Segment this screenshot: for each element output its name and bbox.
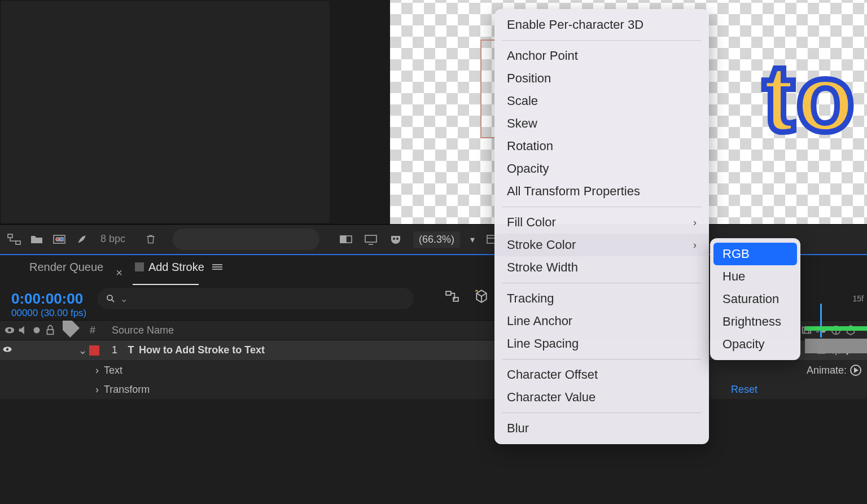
tab-add-stroke-label: Add Stroke — [148, 261, 204, 274]
zoom-percentage[interactable]: (66.3%) — [413, 231, 460, 248]
lock-column-icon[interactable] — [44, 324, 56, 336]
layer-label-color[interactable] — [89, 345, 99, 356]
transform-prop-twirl-icon[interactable]: › — [90, 384, 104, 396]
index-column-header[interactable]: # — [82, 325, 103, 336]
transform-property-label: Transform — [104, 384, 150, 396]
menu-stroke-width[interactable]: Stroke Width — [494, 256, 709, 279]
menu-character-value[interactable]: Character Value — [494, 386, 709, 409]
project-panel — [0, 0, 331, 224]
svg-point-9 — [396, 238, 399, 240]
color-depth-label[interactable]: 8 bpc — [100, 233, 125, 245]
tab-close-icon[interactable]: × — [116, 266, 122, 279]
menu-enable-3d[interactable]: Enable Per-character 3D — [494, 14, 709, 36]
submenu-rgb[interactable]: RGB — [713, 243, 797, 265]
svg-point-8 — [393, 238, 395, 240]
svg-rect-17 — [47, 330, 54, 334]
timeline-search-input[interactable]: ⌄ — [98, 288, 414, 309]
svg-point-22 — [6, 348, 9, 351]
svg-point-11 — [107, 295, 112, 300]
svg-rect-1 — [16, 241, 20, 244]
tab-add-stroke[interactable]: Add Stroke — [135, 261, 222, 279]
monitor-icon[interactable] — [364, 234, 378, 245]
menu-skew[interactable]: Skew — [494, 112, 709, 135]
menu-tracking[interactable]: Tracking — [494, 287, 709, 310]
layer-name[interactable]: How to Add Stroke to Text — [139, 344, 265, 356]
svg-rect-7 — [365, 235, 376, 242]
submenu-brightness[interactable]: Brightness — [710, 310, 800, 333]
animate-context-menu: Enable Per-character 3D Anchor Point Pos… — [494, 9, 709, 444]
label-column-icon[interactable] — [60, 331, 82, 343]
eye-column-icon[interactable] — [3, 324, 16, 336]
property-text-row[interactable]: › Text Animate: — [0, 361, 867, 380]
toggle-alpha-icon[interactable] — [339, 234, 353, 245]
text-layer-icon: T — [123, 344, 139, 356]
menu-position[interactable]: Position — [494, 67, 709, 90]
menu-character-offset[interactable]: Character Offset — [494, 363, 709, 386]
animate-menu-icon[interactable] — [850, 365, 861, 376]
chevron-right-icon: › — [693, 217, 697, 229]
menu-opacity[interactable]: Opacity — [494, 157, 709, 180]
svg-point-15 — [8, 328, 11, 332]
submenu-opacity[interactable]: Opacity — [710, 333, 800, 356]
svg-point-3 — [56, 238, 59, 241]
menu-anchor-point[interactable]: Anchor Point — [494, 45, 709, 67]
layer-duration-bar[interactable] — [805, 339, 867, 353]
zoom-chevron-down-icon[interactable]: ▾ — [470, 234, 475, 245]
stroke-color-submenu: RGB Hue Saturation Brightness Opacity — [710, 238, 800, 360]
adjust-icon[interactable] — [75, 234, 89, 245]
audio-column-icon[interactable] — [17, 324, 29, 336]
search-cursor: ⌄ — [120, 293, 128, 304]
menu-line-spacing[interactable]: Line Spacing — [494, 332, 709, 355]
svg-point-16 — [34, 327, 40, 334]
source-name-column-header[interactable]: Source Name — [103, 325, 306, 336]
submenu-saturation[interactable]: Saturation — [710, 288, 800, 310]
layer-visibility-icon[interactable] — [0, 344, 15, 356]
composition-tab-icon — [135, 262, 144, 271]
flowchart-icon[interactable] — [7, 234, 21, 245]
property-transform-row[interactable]: › Transform Reset — [0, 380, 867, 399]
composition-flow-icon[interactable] — [445, 289, 459, 304]
preview-text-to: to — [763, 42, 856, 153]
tab-render-queue[interactable]: Render Queue — [29, 261, 103, 279]
svg-rect-4 — [60, 238, 63, 241]
menu-line-anchor[interactable]: Line Anchor — [494, 310, 709, 332]
menu-all-transform[interactable]: All Transform Properties — [494, 180, 709, 203]
menu-rotation[interactable]: Rotation — [494, 135, 709, 157]
menu-scale[interactable]: Scale — [494, 90, 709, 112]
search-pill-toolbar[interactable] — [173, 229, 319, 250]
current-timecode[interactable]: 0:00:00:00 — [11, 290, 86, 308]
chevron-right-icon: › — [693, 239, 697, 251]
layer-twirl-icon[interactable]: ⌄ — [76, 344, 89, 357]
trash-icon[interactable] — [143, 234, 158, 245]
draft-3d-icon[interactable] — [474, 289, 489, 304]
submenu-hue[interactable]: Hue — [710, 265, 800, 288]
animate-label: Animate: — [807, 365, 847, 376]
transform-reset-link[interactable]: Reset — [731, 384, 867, 396]
svg-rect-0 — [8, 234, 12, 238]
time-ruler-tick: 15f — [799, 293, 867, 304]
layer-index: 1 — [106, 344, 123, 356]
svg-rect-6 — [340, 236, 346, 243]
top-panels: to — [0, 0, 867, 224]
tab-render-queue-label: Render Queue — [29, 261, 103, 274]
menu-fill-color[interactable]: Fill Color› — [494, 211, 709, 234]
playhead-indicator[interactable] — [820, 304, 822, 338]
menu-stroke-color[interactable]: Stroke Color› — [494, 234, 709, 256]
solo-column-icon[interactable] — [30, 324, 43, 336]
cached-preview-bar — [805, 326, 867, 331]
text-prop-twirl-icon[interactable]: › — [90, 365, 104, 376]
composition-icon[interactable] — [52, 234, 67, 245]
panel-menu-icon[interactable] — [212, 263, 222, 271]
mask-icon[interactable] — [388, 234, 403, 245]
text-property-label: Text — [104, 365, 122, 376]
menu-blur[interactable]: Blur — [494, 417, 709, 440]
folder-icon[interactable] — [29, 234, 44, 245]
svg-rect-12 — [446, 291, 451, 295]
